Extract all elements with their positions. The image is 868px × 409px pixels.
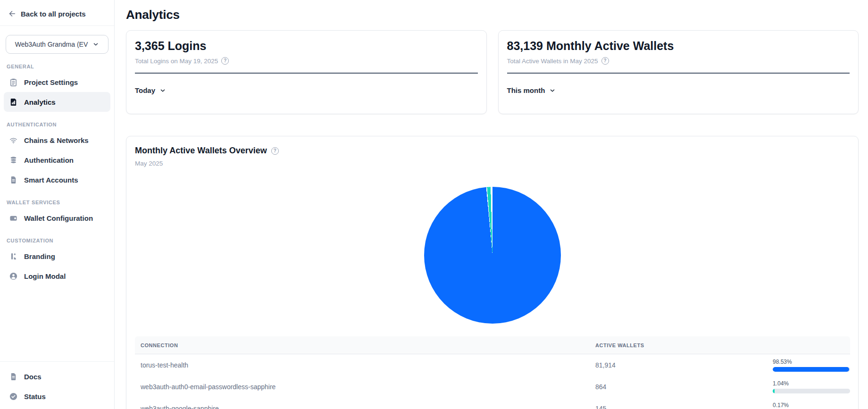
sidebar-item-label: Docs <box>24 373 42 381</box>
connection-cell: web3auth-google-sapphire <box>135 405 590 409</box>
sidebar-item-project-settings[interactable]: Project Settings <box>4 72 110 92</box>
percent-cell: 1.04% <box>773 380 850 393</box>
active-wallets-stat-subtitle-row: Total Active Wallets in May 2025 ? <box>507 57 850 65</box>
section-label-general: GENERAL <box>4 64 110 69</box>
bar-chart-doc-icon <box>8 97 18 107</box>
table-row[interactable]: web3auth-auth0-email-passwordless-sapphi… <box>135 376 850 398</box>
active-wallets-range-dropdown[interactable]: This month <box>507 86 556 94</box>
help-icon[interactable]: ? <box>221 57 229 65</box>
sidebar-item-analytics[interactable]: Analytics <box>4 92 110 112</box>
column-header-connection: CONNECTION <box>135 342 590 348</box>
sidebar-item-label: Analytics <box>24 98 56 106</box>
active-wallets-cell: 145 <box>590 405 773 409</box>
sidebar-item-chains-networks[interactable]: Chains & Networks <box>4 130 110 150</box>
sidebar-item-status[interactable]: Status <box>4 386 110 406</box>
file-icon <box>8 175 18 184</box>
percent-cell: 98.53% <box>773 359 850 372</box>
sidebar-item-label: Status <box>24 392 46 401</box>
overview-card: Monthly Active Wallets Overview ? May 20… <box>126 136 859 409</box>
percent-bar-track <box>773 367 850 372</box>
active-wallets-stat-title: 83,139 Monthly Active Wallets <box>507 39 850 53</box>
logins-range-value: Today <box>135 86 155 94</box>
section-label-customization: CUSTOMIZATION <box>4 238 110 243</box>
chevron-down-icon <box>159 87 166 94</box>
stat-card-axis-line <box>135 73 478 74</box>
table-row[interactable]: torus-test-health 81,914 98.53% <box>135 354 850 376</box>
logins-range-dropdown[interactable]: Today <box>135 86 166 94</box>
clipboard-icon <box>8 77 18 87</box>
active-wallets-stat-card: 83,139 Monthly Active Wallets Total Acti… <box>498 30 859 114</box>
active-wallets-cell: 81,914 <box>590 361 773 369</box>
sidebar-nav: GENERAL Project Settings Analytics AUTHE… <box>0 54 114 286</box>
logins-stat-title: 3,365 Logins <box>135 39 478 53</box>
logins-stat-subtitle: Total Logins on May 19, 2025 <box>135 58 218 65</box>
section-label-wallet-services: WALLET SERVICES <box>4 200 110 205</box>
active-wallets-range-value: This month <box>507 86 545 94</box>
pie-chart[interactable] <box>424 187 561 324</box>
back-link-label: Back to all projects <box>21 10 86 18</box>
wifi-icon <box>8 135 18 145</box>
stat-cards-row: 3,365 Logins Total Logins on May 19, 202… <box>126 30 859 114</box>
overview-title-row: Monthly Active Wallets Overview ? <box>135 146 850 156</box>
stat-card-axis-line <box>507 73 850 74</box>
brush-icon <box>8 251 18 261</box>
sidebar-item-label: Wallet Configuration <box>24 214 93 222</box>
sidebar-item-wallet-configuration[interactable]: Wallet Configuration <box>4 208 110 228</box>
active-wallets-cell: 864 <box>590 383 773 391</box>
user-circle-icon <box>8 271 18 281</box>
sidebar-item-authentication[interactable]: Authentication <box>4 150 110 170</box>
percent-bar-fill <box>773 389 775 393</box>
database-icon <box>8 155 18 165</box>
project-selector-dropdown[interactable]: Web3Auth Grandma (EV <box>6 35 108 54</box>
sidebar-item-label: Login Modal <box>24 272 66 280</box>
sidebar-spacer <box>0 286 114 361</box>
percent-label: 0.17% <box>773 402 850 409</box>
overview-title: Monthly Active Wallets Overview <box>135 146 267 156</box>
back-link[interactable]: Back to all projects <box>0 0 114 25</box>
logins-stat-card: 3,365 Logins Total Logins on May 19, 202… <box>126 30 487 114</box>
help-icon[interactable]: ? <box>601 57 609 65</box>
check-circle-icon <box>8 392 18 401</box>
sidebar-item-label: Smart Accounts <box>24 176 78 184</box>
section-label-authentication: AUTHENTICATION <box>4 122 110 127</box>
page-title: Analytics <box>126 8 859 22</box>
percent-label: 98.53% <box>773 359 850 365</box>
column-header-active-wallets: ACTIVE WALLETS <box>590 342 773 348</box>
percent-bar-fill <box>773 367 849 372</box>
table-row[interactable]: web3auth-google-sapphire 145 0.17% <box>135 398 850 409</box>
main-content: Analytics 3,365 Logins Total Logins on M… <box>115 0 868 409</box>
sidebar-item-label: Branding <box>24 252 55 260</box>
logins-stat-subtitle-row: Total Logins on May 19, 2025 ? <box>135 57 478 65</box>
connection-cell: web3auth-auth0-email-passwordless-sapphi… <box>135 383 590 391</box>
chevron-down-icon <box>92 41 99 48</box>
wallet-icon <box>8 213 18 223</box>
file-icon <box>8 372 18 381</box>
sidebar-item-label: Chains & Networks <box>24 136 89 144</box>
percent-label: 1.04% <box>773 380 850 387</box>
sidebar-item-docs[interactable]: Docs <box>4 367 110 386</box>
connections-table: CONNECTION ACTIVE WALLETS torus-test-hea… <box>135 336 850 409</box>
sidebar-footer: Docs Status <box>0 361 114 409</box>
active-wallets-stat-subtitle: Total Active Wallets in May 2025 <box>507 58 598 65</box>
help-icon[interactable]: ? <box>271 147 279 155</box>
sidebar-divider <box>0 25 114 26</box>
sidebar-item-label: Project Settings <box>24 78 78 86</box>
percent-bar-track <box>773 389 850 393</box>
project-selector-value: Web3Auth Grandma (EV <box>15 41 88 48</box>
arrow-left-icon <box>8 9 16 18</box>
sidebar: Back to all projects Web3Auth Grandma (E… <box>0 0 115 409</box>
overview-subtitle: May 2025 <box>135 160 850 167</box>
connection-cell: torus-test-health <box>135 361 590 369</box>
chevron-down-icon <box>549 87 556 94</box>
table-header-row: CONNECTION ACTIVE WALLETS <box>135 336 850 354</box>
sidebar-item-smart-accounts[interactable]: Smart Accounts <box>4 170 110 190</box>
percent-cell: 0.17% <box>773 402 850 409</box>
sidebar-item-label: Authentication <box>24 156 74 164</box>
sidebar-item-login-modal[interactable]: Login Modal <box>4 266 110 286</box>
app-window: Back to all projects Web3Auth Grandma (E… <box>0 0 868 409</box>
sidebar-item-branding[interactable]: Branding <box>4 246 110 266</box>
